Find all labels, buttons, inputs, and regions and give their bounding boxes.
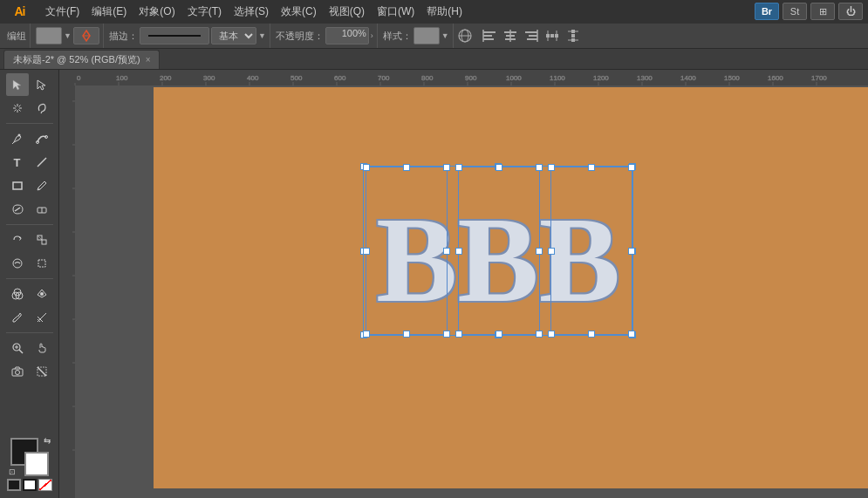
- tool-row-camera: [6, 360, 53, 383]
- handle-tr[interactable]: [629, 163, 636, 170]
- measure-tool[interactable]: [31, 306, 53, 329]
- menu-edit[interactable]: 编辑(E): [85, 3, 133, 21]
- b2-handle-tm[interactable]: [496, 164, 502, 171]
- svg-line-32: [18, 106, 20, 107]
- menu-window[interactable]: 窗口(W): [371, 3, 420, 21]
- mode-buttons: [7, 479, 52, 491]
- b3-handle-tl[interactable]: [548, 164, 555, 171]
- menu-effect[interactable]: 效果(C): [275, 3, 323, 21]
- none-mode-button[interactable]: [38, 479, 52, 491]
- hand-tool[interactable]: [31, 337, 53, 359]
- line-tool[interactable]: [31, 151, 53, 174]
- b1-handle-ml[interactable]: [363, 248, 370, 255]
- distribute-icon[interactable]: [543, 26, 562, 45]
- svg-text:800: 800: [421, 74, 434, 82]
- b2-handle-tl[interactable]: [455, 164, 462, 171]
- style-preview[interactable]: [413, 27, 440, 44]
- bridge-button[interactable]: Br: [755, 3, 779, 20]
- camera-tool[interactable]: [6, 360, 29, 383]
- eraser-tool[interactable]: [31, 198, 53, 221]
- b3-handle-tr[interactable]: [628, 164, 635, 171]
- distribute-v-icon[interactable]: [564, 26, 583, 45]
- svg-rect-13: [529, 35, 537, 37]
- opacity-dropdown-arrow[interactable]: ›: [371, 31, 373, 40]
- selection-tool[interactable]: [6, 73, 29, 96]
- blob-brush-tool[interactable]: [6, 198, 29, 221]
- b1-handle-tl[interactable]: [363, 164, 370, 171]
- eyedropper-tool[interactable]: [6, 306, 29, 329]
- type-tool[interactable]: T: [6, 151, 29, 174]
- slice-tool[interactable]: [31, 360, 53, 383]
- svg-rect-14: [527, 38, 537, 40]
- align-center-icon[interactable]: [501, 26, 520, 45]
- svg-line-61: [38, 367, 46, 376]
- live-paint-tool[interactable]: [31, 283, 53, 305]
- globe-icon[interactable]: [455, 26, 475, 45]
- zoom-tool[interactable]: [6, 337, 29, 359]
- magic-wand-tool[interactable]: [6, 97, 29, 119]
- fill-dropdown-arrow[interactable]: ▼: [64, 31, 72, 40]
- rotate-tool[interactable]: [6, 229, 29, 251]
- tool-row-9: [6, 283, 53, 305]
- tools-panel: T: [0, 70, 59, 498]
- direct-selection-tool[interactable]: [31, 73, 53, 96]
- b1-handle-bl[interactable]: [363, 331, 370, 338]
- align-right-icon[interactable]: [522, 26, 541, 45]
- menu-type[interactable]: 文字(T): [181, 3, 228, 21]
- group-text: 编组: [7, 30, 26, 43]
- stroke-dropdown-arrow[interactable]: ▼: [258, 31, 266, 40]
- swap-colors-icon[interactable]: ⇆: [44, 436, 51, 446]
- handle-mr[interactable]: [629, 248, 636, 255]
- artboard: B B B: [154, 87, 868, 488]
- pen-tool[interactable]: [6, 127, 29, 150]
- reset-colors-icon[interactable]: ⊡: [9, 467, 16, 476]
- stroke-mode-button[interactable]: [23, 479, 37, 491]
- handle-tm[interactable]: [495, 163, 502, 170]
- b3-handle-mr[interactable]: [628, 248, 635, 255]
- align-left-icon[interactable]: [480, 26, 499, 45]
- stroke-preview[interactable]: [140, 27, 209, 44]
- opacity-value[interactable]: 100%: [325, 27, 369, 44]
- lasso-tool[interactable]: [31, 97, 53, 119]
- handle-br[interactable]: [629, 331, 636, 338]
- svg-line-56: [19, 350, 23, 353]
- svg-text:200: 200: [160, 74, 172, 82]
- b1-handle-tm[interactable]: [403, 164, 410, 171]
- menu-help[interactable]: 帮助(H): [420, 3, 468, 21]
- b2-handle-tr[interactable]: [536, 164, 543, 171]
- b3-handle-tm[interactable]: [588, 164, 595, 171]
- stock-button[interactable]: St: [783, 3, 807, 20]
- menu-file[interactable]: 文件(F): [39, 3, 85, 21]
- background-color-swatch[interactable]: [24, 452, 49, 476]
- menu-select[interactable]: 选择(S): [228, 3, 275, 21]
- b3-handle-br[interactable]: [628, 331, 635, 338]
- stroke-profile-select[interactable]: 基本: [211, 27, 256, 44]
- handle-bl[interactable]: [360, 331, 367, 338]
- svg-line-31: [18, 110, 20, 112]
- options-toolbar: 编组 ▼ 描边： 基本 ▼ 不透明度： 100% › 样式： ▼: [0, 23, 868, 49]
- power-button[interactable]: ⏻: [838, 3, 863, 20]
- fill-color-box[interactable]: [36, 27, 62, 44]
- free-transform-tool[interactable]: [31, 252, 53, 275]
- style-dropdown-arrow[interactable]: ▼: [441, 31, 449, 40]
- pen-mode-box[interactable]: [73, 27, 99, 44]
- document-tab[interactable]: 未标题-2* @ 52% (RGB/预览) ×: [3, 50, 160, 69]
- svg-point-60: [15, 371, 19, 375]
- handle-tl[interactable]: [360, 163, 367, 170]
- tab-close-button[interactable]: ×: [146, 55, 151, 65]
- svg-text:1600: 1600: [768, 74, 783, 82]
- curvature-tool[interactable]: [31, 127, 53, 150]
- handle-ml[interactable]: [360, 248, 367, 255]
- b1-handle-tr[interactable]: [443, 164, 450, 171]
- svg-rect-63: [59, 70, 868, 85]
- shape-builder-tool[interactable]: [6, 283, 29, 305]
- rect-tool[interactable]: [6, 174, 29, 197]
- scale-tool[interactable]: [31, 229, 53, 251]
- menu-object[interactable]: 对象(O): [133, 3, 181, 21]
- fill-mode-button[interactable]: [7, 479, 21, 491]
- menu-view[interactable]: 视图(Q): [323, 3, 371, 21]
- svg-rect-4: [483, 31, 496, 33]
- grid-button[interactable]: ⊞: [810, 3, 835, 20]
- warp-tool[interactable]: [6, 252, 29, 275]
- brush-tool[interactable]: [31, 174, 53, 197]
